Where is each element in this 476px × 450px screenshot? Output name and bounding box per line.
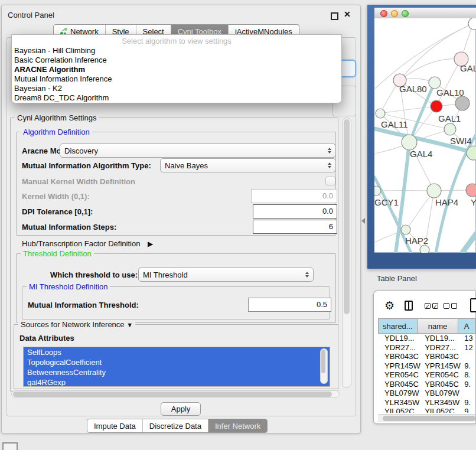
table-row[interactable]: YLR345WYLR345W9. <box>378 398 475 407</box>
table-row[interactable]: YER054CYER054C8. <box>378 370 475 380</box>
table-row[interactable]: YDR27...YDR27...12 <box>378 343 475 353</box>
attribute-item[interactable]: BetweennessCentrality <box>24 367 330 377</box>
zoom-traffic-light[interactable] <box>402 10 409 17</box>
tab-discretize-data[interactable]: Discretize Data <box>142 419 208 432</box>
export-table-icon[interactable] <box>470 298 476 312</box>
mi-type-combobox[interactable]: Naive Bayes <box>160 158 336 172</box>
node-hap2[interactable] <box>401 225 410 234</box>
node-label: GAL10 <box>436 87 464 97</box>
kernel-width-field[interactable]: 0.0 <box>251 189 337 203</box>
algorithm-option[interactable]: Bayesian - Hill Climbing <box>12 46 341 56</box>
close-traffic-light[interactable] <box>380 10 387 17</box>
table-row[interactable]: YBR043CYBR043C <box>378 352 475 361</box>
tab-impute-data[interactable]: Impute Data <box>87 419 142 432</box>
node-salmon[interactable] <box>466 184 476 197</box>
settings-vertical-scrollbar[interactable] <box>342 118 351 388</box>
attributes-list-scrollbar[interactable] <box>320 348 328 384</box>
table-row[interactable]: YPR145WYPR145W9. <box>378 361 475 371</box>
table-row[interactable]: YIL052CYIL052C9. <box>378 407 475 413</box>
aracne-mode-combobox[interactable]: Discovery <box>60 144 336 158</box>
node-label: GAL1 <box>438 113 461 123</box>
node-label: HAP2 <box>405 236 428 246</box>
hub-definition-disclosure[interactable]: Hub/Transcription Factor Definition ▶ <box>22 239 153 248</box>
node-label: GAL <box>460 63 476 73</box>
algorithm-option[interactable]: Dream8 DC_TDC Algorithm <box>12 93 341 103</box>
node-gal10[interactable] <box>429 77 441 89</box>
table-row[interactable]: YDL19...YDL19...13 <box>378 334 475 343</box>
close-window-button[interactable]: ✕ <box>344 9 351 19</box>
deselect-all-checks-icon[interactable] <box>444 303 457 309</box>
attribute-item[interactable]: gal4RGexp <box>24 377 330 387</box>
algorithm-option-selected[interactable]: ARACNE Algorithm <box>12 65 341 74</box>
collapsed-panel[interactable] <box>2 442 18 450</box>
mi-steps-field[interactable]: 6 <box>253 220 337 234</box>
table-header-row: shared... name A <box>378 318 475 334</box>
algorithm-definition-title: Algorithm Definition <box>21 128 92 136</box>
stepper-icon <box>324 148 331 154</box>
mi-threshold-field[interactable]: 0.5 <box>248 298 331 312</box>
dpi-tolerance-field[interactable]: 0.0 <box>253 204 337 219</box>
node-gray[interactable] <box>455 96 470 110</box>
mi-threshold-label: Mutual Information Threshold: <box>28 301 139 309</box>
node-gcy1[interactable] <box>374 186 381 195</box>
data-attributes-label: Data Attributes <box>19 334 74 343</box>
minimize-traffic-light[interactable] <box>391 10 398 17</box>
table-row[interactable]: YBL079WYBL079W <box>378 389 475 398</box>
which-threshold-combobox[interactable]: MI Threshold <box>138 268 314 282</box>
node-gal11[interactable] <box>376 109 385 118</box>
table-panel-window: ⚙ ✓✓ shared... name A YDL19...YDL19...13… <box>373 291 476 424</box>
algorithm-select-popup: Select algorithm to view settings Bayesi… <box>11 34 342 103</box>
network-canvas[interactable]: GAL GAL80 GAL10 GAL1 GAL11 SWI4 GAL4 GCY… <box>374 18 476 253</box>
network-view-window: GAL GAL80 GAL10 GAL1 GAL11 SWI4 GAL4 GCY… <box>367 5 476 269</box>
node-label: GCY1 <box>374 197 399 207</box>
stepper-icon <box>324 162 331 168</box>
settings-group-title: Cyni Algorithm Settings <box>15 113 99 122</box>
column-header-partial[interactable]: A <box>458 318 475 334</box>
disclosure-right-icon: ▶ <box>148 240 153 248</box>
data-attributes-list[interactable]: SelfLoops TopologicalCoefficient Between… <box>23 347 330 387</box>
splitter-collapse-arrow[interactable] <box>361 218 365 224</box>
table-panel-title: Table Panel <box>377 274 417 283</box>
mi-steps-label: Mutual Information Steps: <box>22 223 116 231</box>
node-selected-red[interactable] <box>431 100 442 112</box>
select-all-checks-icon[interactable]: ✓✓ <box>425 303 438 309</box>
attribute-item[interactable]: TopologicalCoefficient <box>24 357 330 367</box>
manual-kernel-checkbox[interactable] <box>325 177 335 185</box>
float-window-button[interactable] <box>331 12 338 20</box>
settings-horizontal-scrollbar[interactable] <box>11 390 340 398</box>
node-label: GAL80 <box>399 84 427 94</box>
network-graph: GAL GAL80 GAL10 GAL1 GAL11 SWI4 GAL4 GCY… <box>374 18 476 253</box>
cyni-bottom-tab-bar: Impute Data Discretize Data Infer Networ… <box>87 419 268 433</box>
node-bottom[interactable] <box>420 245 429 253</box>
table-row[interactable]: YBR045CYBR045C9. <box>378 380 475 389</box>
column-header-shared-name[interactable]: shared... <box>378 318 418 334</box>
popup-placeholder-item: Select algorithm to view settings <box>12 36 341 46</box>
node-gal1[interactable] <box>444 123 456 135</box>
node-unlabeled[interactable] <box>468 18 476 30</box>
column-header-name[interactable]: name <box>418 318 459 334</box>
table-horizontal-scrollbar[interactable] <box>378 414 475 422</box>
manual-kernel-label: Manual Kernel Width Definition <box>22 177 135 186</box>
sources-group-title[interactable]: Sources for Network Inference ▼ <box>18 320 135 329</box>
gear-icon[interactable]: ⚙ <box>384 300 395 311</box>
screen: Control Panel ✕ Network Style Select Cyn… <box>0 0 476 450</box>
node-label: GAL4 <box>410 149 432 159</box>
column-visibility-icon[interactable] <box>405 301 413 311</box>
which-threshold-label: Which threshold to use: <box>50 270 138 279</box>
apply-button[interactable]: Apply <box>161 402 201 416</box>
node-hap4[interactable] <box>427 184 441 198</box>
control-panel-title: Control Panel <box>8 11 54 19</box>
stepper-icon <box>302 272 309 278</box>
algorithm-option[interactable]: Basic Correlation Inference <box>12 56 341 65</box>
attribute-item[interactable]: SelfLoops <box>24 347 330 357</box>
node-label: SWI4 <box>450 136 472 146</box>
control-panel-window: Control Panel ✕ Network Style Select Cyn… <box>1 5 361 433</box>
algorithm-option[interactable]: Mutual Information Inference <box>12 74 341 84</box>
dpi-tolerance-label: DPI Tolerance [0,1]: <box>22 207 93 216</box>
node-gal4[interactable] <box>402 135 417 150</box>
algorithm-option[interactable]: Bayesian - K2 <box>12 84 341 93</box>
tab-infer-network[interactable]: Infer Network <box>208 419 267 432</box>
kernel-width-label: Kernel Width (0,1): <box>22 192 90 201</box>
network-window-titlebar[interactable] <box>374 8 476 19</box>
mi-threshold-definition-title: MI Threshold Definition <box>27 282 110 291</box>
